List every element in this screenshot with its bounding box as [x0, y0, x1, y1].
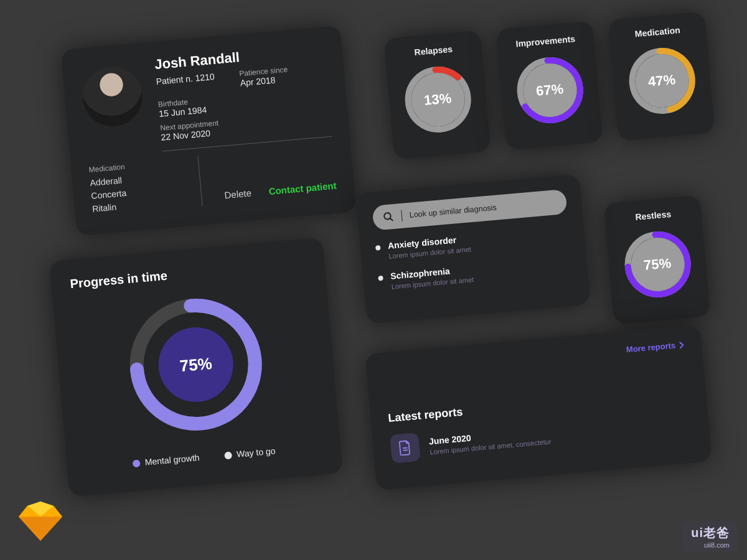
- svg-line-11: [390, 218, 393, 221]
- search-icon: [382, 211, 395, 223]
- stat-card-restless: Restless 75%: [604, 195, 710, 325]
- legend-item: Way to go: [224, 446, 276, 460]
- contact-patient-button[interactable]: Contact patient: [268, 180, 337, 196]
- svg-line-13: [403, 450, 408, 450]
- more-reports-link[interactable]: More reports: [626, 340, 684, 354]
- progress-card: Progress in time 75% Mental growth Way t…: [49, 238, 342, 497]
- legend-dot-icon: [132, 460, 140, 468]
- progress-ring-large: 75%: [118, 287, 273, 442]
- reports-card: More reports Latest reports June 2020 Lo…: [365, 325, 712, 490]
- watermark-title: ui老爸: [691, 525, 730, 541]
- stat-card-improvements: Improvements 67%: [496, 21, 603, 151]
- delete-button[interactable]: Delete: [224, 187, 252, 200]
- progress-ring: 67%: [513, 53, 587, 127]
- stat-title: Improvements: [515, 34, 576, 49]
- progress-ring: 75%: [621, 227, 695, 301]
- legend-item: Mental growth: [132, 452, 200, 468]
- svg-marker-20: [40, 517, 62, 541]
- stat-title: Relapses: [414, 44, 453, 57]
- progress-ring: 13%: [401, 62, 475, 136]
- stat-card-medication: Medication 47%: [608, 12, 715, 141]
- search-placeholder: Look up similar diagnosis: [409, 203, 497, 219]
- stat-title: Medication: [634, 25, 680, 39]
- watermark: ui老爸 uii8.com: [682, 521, 738, 553]
- legend-dot-icon: [224, 452, 232, 460]
- avatar: [80, 64, 145, 129]
- search-result-item[interactable]: Anxiety disorder Lorem ipsum dolor sit a…: [375, 225, 570, 261]
- bullet-icon: [378, 276, 383, 281]
- patient-number: Patient n. 1210: [156, 72, 215, 86]
- document-icon: [390, 432, 421, 464]
- chevron-right-icon: [679, 341, 685, 349]
- svg-line-12: [403, 448, 407, 449]
- stat-card-relapses: Relapses 13%: [384, 30, 491, 160]
- progress-title: Progress in time: [70, 256, 307, 291]
- watermark-url: uii8.com: [691, 541, 730, 549]
- search-result-item[interactable]: Schizophrenia Lorem ipsum dolor sit amet: [378, 255, 573, 291]
- progress-ring: 47%: [625, 44, 699, 118]
- sketch-logo-icon: [19, 501, 62, 541]
- patient-card: Josh Randall Patient n. 1210 Patience si…: [61, 26, 356, 236]
- stat-title: Restless: [635, 209, 672, 222]
- search-card: Look up similar diagnosis Anxiety disord…: [356, 174, 591, 324]
- search-input[interactable]: Look up similar diagnosis: [372, 189, 567, 231]
- bullet-icon: [375, 245, 381, 251]
